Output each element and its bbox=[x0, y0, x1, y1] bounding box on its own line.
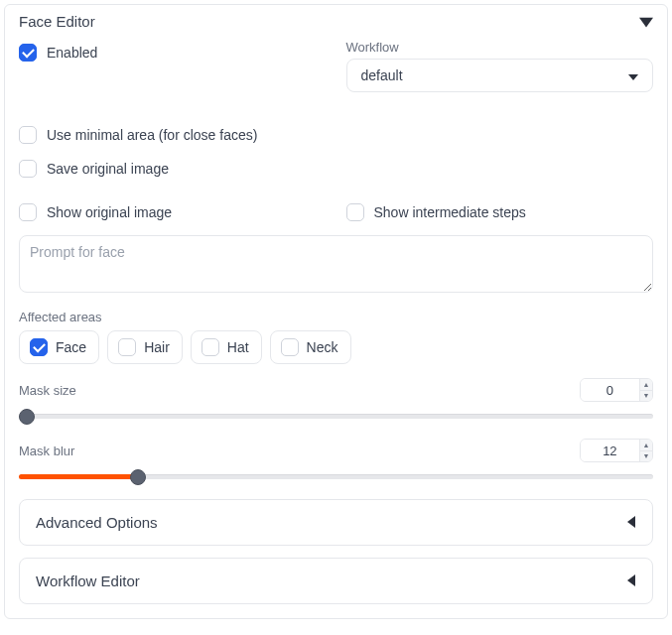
mask-blur-input[interactable] bbox=[581, 440, 639, 461]
chip-hat[interactable]: Hat bbox=[191, 330, 262, 364]
chip-face-label: Face bbox=[56, 339, 86, 355]
show-original-option[interactable]: Show original image bbox=[19, 199, 327, 225]
panel-title: Face Editor bbox=[19, 13, 95, 30]
show-intermediate-label: Show intermediate steps bbox=[374, 204, 526, 220]
affected-areas-label: Affected areas bbox=[19, 310, 653, 324]
mask-blur-slider[interactable] bbox=[19, 468, 653, 485]
mask-blur-number[interactable]: ▲ ▼ bbox=[580, 439, 653, 462]
collapse-toggle[interactable] bbox=[639, 15, 653, 29]
col-workflow: Workflow default bbox=[346, 40, 654, 92]
advanced-options-title: Advanced Options bbox=[36, 514, 158, 531]
workflow-editor-toggle[interactable]: Workflow Editor bbox=[19, 558, 653, 604]
row-show-options: Show original image Show intermediate st… bbox=[19, 199, 653, 225]
chip-hair-checkbox[interactable] bbox=[118, 338, 136, 356]
minimal-area-option[interactable]: Use minimal area (for close faces) bbox=[19, 122, 653, 148]
save-original-label: Save original image bbox=[47, 161, 169, 177]
chip-hair[interactable]: Hair bbox=[107, 330, 183, 364]
chip-face[interactable]: Face bbox=[19, 330, 99, 364]
stepper-down-icon[interactable]: ▼ bbox=[640, 391, 652, 402]
show-original-checkbox[interactable] bbox=[19, 203, 37, 221]
enabled-option[interactable]: Enabled bbox=[19, 40, 327, 65]
show-original-label: Show original image bbox=[47, 204, 172, 220]
chip-hair-label: Hair bbox=[144, 339, 170, 355]
chevron-left-icon bbox=[626, 573, 636, 589]
mask-size-block: Mask size ▲ ▼ bbox=[19, 378, 653, 425]
chip-hat-checkbox[interactable] bbox=[202, 338, 219, 356]
mask-blur-label: Mask blur bbox=[19, 444, 74, 458]
affected-areas-chips: Face Hair Hat Neck bbox=[19, 330, 653, 364]
workflow-label: Workflow bbox=[346, 40, 654, 55]
workflow-editor-title: Workflow Editor bbox=[36, 572, 140, 589]
chip-neck[interactable]: Neck bbox=[270, 330, 351, 364]
stepper-up-icon[interactable]: ▲ bbox=[640, 379, 652, 391]
chip-neck-label: Neck bbox=[307, 339, 338, 355]
enabled-label: Enabled bbox=[47, 45, 97, 61]
stepper-down-icon[interactable]: ▼ bbox=[640, 451, 652, 462]
stepper-up-icon[interactable]: ▲ bbox=[640, 440, 652, 451]
show-intermediate-checkbox[interactable] bbox=[346, 203, 364, 221]
col-enabled: Enabled bbox=[19, 40, 327, 92]
mask-size-thumb[interactable] bbox=[19, 409, 35, 425]
mask-blur-spinner[interactable]: ▲ ▼ bbox=[639, 440, 652, 461]
save-original-checkbox[interactable] bbox=[19, 160, 37, 178]
workflow-select[interactable]: default bbox=[346, 59, 654, 92]
enabled-checkbox[interactable] bbox=[19, 44, 37, 62]
affected-areas-block: Affected areas Face Hair Hat Neck bbox=[19, 310, 653, 364]
mask-blur-thumb[interactable] bbox=[130, 469, 146, 485]
row-enable-workflow: Enabled Workflow default bbox=[19, 40, 653, 92]
chip-face-checkbox[interactable] bbox=[30, 338, 48, 356]
minimal-area-label: Use minimal area (for close faces) bbox=[47, 127, 257, 143]
face-editor-panel: Face Editor Enabled Workflow default Use… bbox=[4, 4, 668, 619]
caret-down-icon bbox=[628, 67, 638, 83]
minimal-area-checkbox[interactable] bbox=[19, 126, 37, 144]
mask-size-spinner[interactable]: ▲ ▼ bbox=[639, 379, 652, 401]
mask-size-input[interactable] bbox=[581, 379, 639, 401]
chip-neck-checkbox[interactable] bbox=[281, 338, 299, 356]
mask-size-label: Mask size bbox=[19, 383, 76, 398]
panel-header: Face Editor bbox=[19, 13, 653, 30]
chevron-left-icon bbox=[626, 515, 636, 531]
chip-hat-label: Hat bbox=[227, 339, 249, 355]
save-original-option[interactable]: Save original image bbox=[19, 156, 653, 182]
mask-size-slider[interactable] bbox=[19, 408, 653, 425]
mask-size-number[interactable]: ▲ ▼ bbox=[580, 378, 653, 402]
workflow-value: default bbox=[361, 67, 403, 83]
mask-blur-block: Mask blur ▲ ▼ bbox=[19, 439, 653, 485]
show-intermediate-option[interactable]: Show intermediate steps bbox=[346, 199, 654, 225]
prompt-textarea[interactable] bbox=[19, 235, 653, 293]
chevron-down-icon bbox=[639, 15, 653, 29]
advanced-options-toggle[interactable]: Advanced Options bbox=[19, 499, 653, 546]
